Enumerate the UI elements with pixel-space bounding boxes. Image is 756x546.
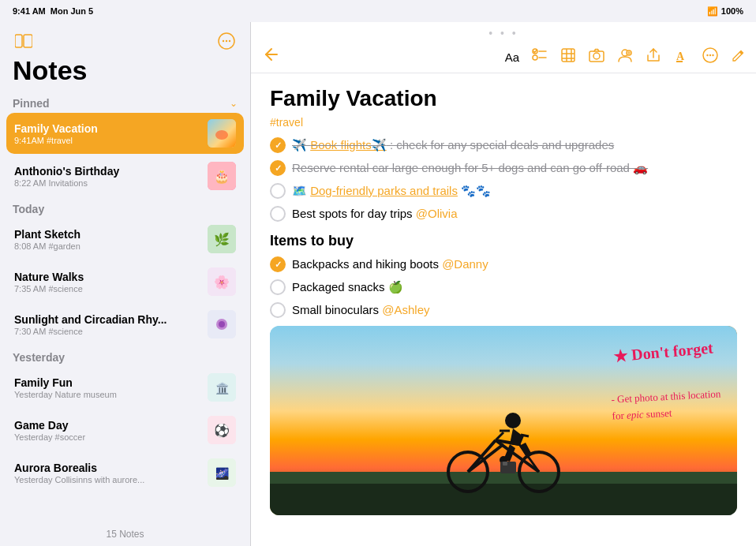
check-circle-1[interactable]: ✓ <box>270 137 286 153</box>
svg-point-4 <box>226 40 227 42</box>
camera-icon[interactable] <box>589 47 604 67</box>
contact-icon[interactable] <box>617 47 633 67</box>
checklist-item-binoculars: Small binoculars @Ashley <box>270 301 737 318</box>
svg-point-42 <box>706 54 708 55</box>
note-main-title: Family Vacation <box>270 86 737 111</box>
note-thumbnail: 🎂 <box>208 162 236 190</box>
highlight-icon[interactable]: A <box>674 47 690 67</box>
note-meta: Yesterday Nature museum <box>14 390 201 399</box>
sidebar-header <box>0 22 250 55</box>
check-circle-2[interactable]: ✓ <box>270 160 286 176</box>
font-format-button[interactable]: Aa <box>505 50 519 64</box>
status-bar: 9:41 AM Mon Jun 5 📶 100% <box>0 0 756 22</box>
svg-point-16 <box>219 321 225 327</box>
checklist-item-backpacks: ✓ Backpacks and hiking boots @Danny <box>270 256 737 272</box>
mention-danny[interactable]: @Danny <box>442 257 488 271</box>
notes-count: 15 Notes <box>106 529 144 540</box>
link-dog-parks[interactable]: Dog-friendly parks and trails <box>310 184 458 197</box>
bike-silhouette <box>425 373 582 499</box>
svg-point-7 <box>215 130 228 140</box>
back-arrow-icon[interactable] <box>260 46 278 68</box>
note-item-sunlight[interactable]: Sunlight and Circadian Rhy... 7:30 AM #s… <box>6 304 244 345</box>
checklist-item-flights: ✓ ✈️ Book flights✈️ : check for any spec… <box>270 136 737 153</box>
note-meta: 8:22 AM Invitations <box>14 178 201 188</box>
checklist-text-3: 🗺️ Dog-friendly parks and trails 🐾🐾 <box>292 182 491 199</box>
main-content: • • • Aa <box>251 22 756 546</box>
sidebar: Notes Pinned ⌄ Family Vacation 9:41AM #t… <box>0 22 251 546</box>
toolbar-left <box>260 46 278 68</box>
note-thumbnail: 🌸 <box>208 267 236 296</box>
note-item-content: Sunlight and Circadian Rhy... 7:30 AM #s… <box>14 313 201 336</box>
svg-point-5 <box>229 40 230 42</box>
note-item-content: Family Fun Yesterday Nature museum <box>14 376 201 399</box>
table-icon[interactable] <box>560 47 576 67</box>
svg-text:⚽: ⚽ <box>214 423 230 438</box>
share-icon[interactable] <box>646 47 661 67</box>
pinned-chevron-icon[interactable]: ⌄ <box>230 98 238 109</box>
note-meta: 7:30 AM #science <box>14 327 201 336</box>
compose-icon[interactable] <box>731 47 747 67</box>
drag-handle: • • • <box>251 22 756 41</box>
note-image: ★ Don't forget - Get photo at this locat… <box>270 326 737 515</box>
svg-text:🏛️: 🏛️ <box>215 382 230 395</box>
checklist-icon[interactable] <box>532 47 548 67</box>
note-thumbnail: 🌿 <box>208 225 236 253</box>
check-circle-7[interactable] <box>270 302 286 318</box>
svg-rect-40 <box>676 61 683 62</box>
mention-olivia[interactable]: @Olivia <box>416 207 458 220</box>
checklist-text-1: ✈️ Book flights✈️ : check for any specia… <box>292 136 614 153</box>
today-section-header: Today <box>6 198 244 219</box>
svg-point-58 <box>505 413 521 428</box>
check-circle-6[interactable] <box>270 279 286 295</box>
note-title: Anthonio's Birthday <box>14 165 201 178</box>
check-circle-4[interactable] <box>270 206 286 222</box>
svg-point-26 <box>533 55 537 60</box>
toolbar: Aa <box>251 41 756 73</box>
yesterday-section-header: Yesterday <box>6 346 244 367</box>
check-circle-5[interactable]: ✓ <box>270 256 286 272</box>
note-meta: 7:35 AM #science <box>14 284 201 294</box>
checklist-text-6: Packaged snacks 🍏 <box>292 279 403 295</box>
note-thumbnail <box>208 310 236 338</box>
note-item-game-day[interactable]: Game Day Yesterday #soccer ⚽ <box>6 410 244 451</box>
status-left: 9:41 AM Mon Jun 5 <box>13 6 93 16</box>
sidebar-toggle-button[interactable] <box>13 30 35 52</box>
checklist-text-2: Reserve rental car large enough for 5+ d… <box>292 159 648 176</box>
svg-point-44 <box>712 54 713 55</box>
note-item-content: Plant Sketch 8:08 AM #garden <box>14 228 201 251</box>
mention-ashley[interactable]: @Ashley <box>382 303 429 316</box>
note-item-plant-sketch[interactable]: Plant Sketch 8:08 AM #garden 🌿 <box>6 219 244 260</box>
note-item-family-fun[interactable]: Family Fun Yesterday Nature museum 🏛️ <box>6 367 244 408</box>
note-thumbnail <box>208 119 236 148</box>
note-item-nature-walks[interactable]: Nature Walks 7:35 AM #science 🌸 <box>6 261 244 302</box>
note-meta: 8:08 AM #garden <box>14 241 201 251</box>
note-item-birthday[interactable]: Anthonio's Birthday 8:22 AM Invitations … <box>6 155 244 196</box>
svg-rect-1 <box>24 35 32 47</box>
pinned-label: Pinned <box>13 97 50 110</box>
status-time: 9:41 AM <box>13 6 46 16</box>
checklist-text-7: Small binoculars @Ashley <box>292 301 429 318</box>
svg-rect-45 <box>425 484 582 499</box>
checklist-item-spots: Best spots for day trips @Olivia <box>270 205 737 222</box>
check-mark: ✓ <box>275 163 282 174</box>
checklist-item-parks: 🗺️ Dog-friendly parks and trails 🐾🐾 <box>270 182 737 199</box>
link-book-flights[interactable]: Book flights✈️ <box>310 138 387 151</box>
note-hashtag: #travel <box>270 116 737 129</box>
svg-point-43 <box>709 54 711 55</box>
checklist-text-5: Backpacks and hiking boots @Danny <box>292 256 488 272</box>
battery-icon: 100% <box>721 6 743 16</box>
items-to-buy-header: Items to buy <box>270 233 737 249</box>
more-options-button[interactable] <box>215 30 238 52</box>
note-title: Game Day <box>14 419 201 432</box>
svg-text:🌌: 🌌 <box>215 467 230 481</box>
yesterday-label: Yesterday <box>13 351 65 364</box>
note-item-aurora[interactable]: Aurora Borealis Yesterday Collisinns wit… <box>6 452 244 493</box>
note-thumbnail: ⚽ <box>208 416 236 444</box>
note-item-family-vacation[interactable]: Family Vacation 9:41AM #travel <box>6 113 244 154</box>
svg-text:🌿: 🌿 <box>214 232 230 247</box>
checklist-text-4: Best spots for day trips @Olivia <box>292 205 457 222</box>
svg-text:🎂: 🎂 <box>214 169 230 184</box>
check-circle-3[interactable] <box>270 183 286 199</box>
svg-rect-60 <box>503 462 507 466</box>
more-icon[interactable] <box>702 47 718 67</box>
